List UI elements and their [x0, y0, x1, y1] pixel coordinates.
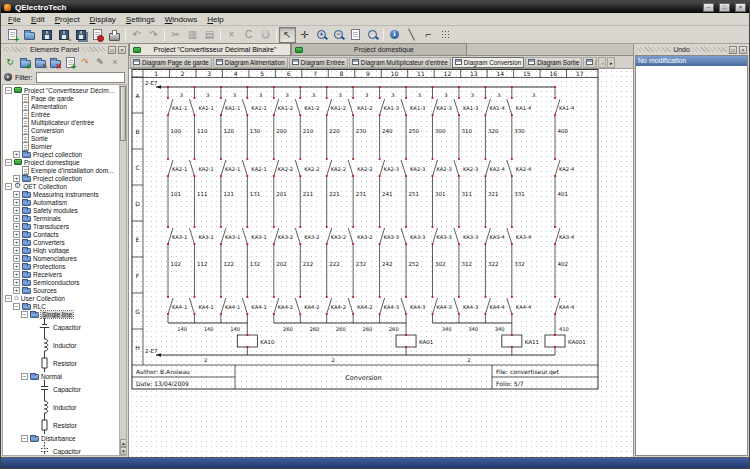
tree-expander-icon[interactable]: −: [5, 87, 12, 94]
diagram-tab-diagram-conversion[interactable]: Diagram Conversion: [452, 57, 524, 68]
tree-expander-icon[interactable]: +: [13, 191, 20, 198]
close-button[interactable]: ×: [735, 3, 746, 12]
tree-expander-icon[interactable]: +: [13, 271, 20, 278]
copy-button[interactable]: ▥: [184, 27, 201, 43]
tree-item-project-collection[interactable]: +Project collection: [3, 150, 126, 158]
diagram-tab-diagram-entr-e[interactable]: Diagram Entrée: [289, 57, 348, 68]
diagram-tab-diagram-page-de-garde[interactable]: Diagram Page de garde: [130, 57, 212, 68]
save-as-button[interactable]: [55, 27, 72, 43]
scroll-up-button[interactable]: ▲: [120, 439, 127, 447]
conductor-array-button[interactable]: [437, 27, 454, 43]
add-line-button[interactable]: ╲: [403, 27, 420, 43]
zoom-fit-button[interactable]: [364, 27, 381, 43]
undo-button[interactable]: ↶: [128, 27, 145, 43]
tree-item-disturbance[interactable]: −Disturbance: [3, 434, 126, 442]
tree-expander-icon[interactable]: −: [21, 373, 28, 380]
tree-expander-icon[interactable]: +: [13, 247, 20, 254]
diagram-canvas[interactable]: 1234567891011121314151617ABCDEFGHAuthor:…: [129, 69, 633, 457]
tree-item-qet-collection[interactable]: −⚙QET Collection: [3, 182, 126, 190]
tree-item-sources[interactable]: +Sources: [3, 286, 126, 294]
close-project-button[interactable]: [89, 27, 106, 43]
diagram-tab-diagram-sortie[interactable]: Diagram Sortie: [525, 57, 582, 68]
tree-expander-icon[interactable]: +: [13, 239, 20, 246]
tree-item-nomenclatures[interactable]: +Nomenclatures: [3, 254, 126, 262]
menu-edit[interactable]: Edit: [26, 14, 50, 25]
tree-expander-icon[interactable]: −: [5, 159, 12, 166]
minimize-button[interactable]: –: [703, 3, 714, 12]
scroll-tabs-left-button[interactable]: ◂: [598, 57, 606, 68]
panel-drag-handle[interactable]: [81, 47, 106, 52]
tree-scrollbar[interactable]: ▲ ▼: [119, 85, 126, 455]
tree-expander-icon[interactable]: +: [13, 199, 20, 206]
tree-item-terminals[interactable]: +Terminals: [3, 214, 126, 222]
tree-expander-icon[interactable]: −: [21, 435, 28, 442]
tree-item-high-voltage[interactable]: +High voltage: [3, 246, 126, 254]
tree-item-capacitor[interactable]: Capacitor: [3, 380, 126, 398]
tree-item-automatism[interactable]: +Automatism: [3, 198, 126, 206]
redo-button[interactable]: ↷: [145, 27, 162, 43]
zoom-out-button[interactable]: −: [330, 27, 347, 43]
tree-expander-icon[interactable]: −: [13, 303, 20, 310]
tree-item-inductor[interactable]: Inductor: [3, 398, 126, 416]
close-panel-button[interactable]: ×: [118, 46, 126, 54]
tree-expander-icon[interactable]: +: [13, 207, 20, 214]
tree-item-converters[interactable]: +Converters: [3, 238, 126, 246]
new-category-button[interactable]: [18, 56, 32, 69]
element-infos-button[interactable]: i: [257, 27, 274, 43]
new-diagram-button[interactable]: [4, 27, 21, 43]
panel-drag-handle[interactable]: [692, 47, 727, 52]
scrollbar-thumb[interactable]: [120, 86, 126, 141]
tree-item-normal[interactable]: −Normal: [3, 372, 126, 380]
tree-item-semiconductors[interactable]: +Semiconductors: [3, 278, 126, 286]
tree-item-bornier[interactable]: Bornier: [3, 142, 126, 150]
add-polyline-button[interactable]: ⌐: [420, 27, 437, 43]
pan-mode-button[interactable]: ✛: [296, 27, 313, 43]
tree-expander-icon[interactable]: −: [5, 183, 12, 190]
cut-button[interactable]: ✂: [167, 27, 184, 43]
paste-button[interactable]: ▤: [201, 27, 218, 43]
zoom-in-button[interactable]: +: [313, 27, 330, 43]
menu-file[interactable]: File: [3, 14, 26, 25]
tree-item-capacitor[interactable]: Capacitor: [3, 442, 126, 456]
tree-expander-icon[interactable]: +: [13, 231, 20, 238]
diagram-properties-button[interactable]: i: [386, 27, 403, 43]
tree-expander-icon[interactable]: +: [13, 279, 20, 286]
tree-expander-icon[interactable]: +: [13, 223, 20, 230]
edit-element-button[interactable]: ✎: [93, 56, 107, 69]
float-panel-button[interactable]: □: [729, 46, 737, 54]
edit-category-button[interactable]: [33, 56, 47, 69]
select-mode-button[interactable]: ↖: [279, 27, 296, 43]
tree-item-resistor[interactable]: Resistor: [3, 354, 126, 372]
tree-expander-icon[interactable]: −: [5, 295, 12, 302]
panel-drag-handle[interactable]: [3, 47, 28, 52]
rotate-button[interactable]: C: [240, 27, 257, 43]
scroll-tabs-right-button[interactable]: ▸: [607, 57, 615, 68]
undo-list-item[interactable]: No modification: [636, 56, 747, 66]
diagram-tab-diagram-multiplicateur-d-entr-e[interactable]: Diagram Multiplicateur d'entrée: [349, 57, 451, 68]
float-panel-button[interactable]: □: [108, 46, 116, 54]
diagram-tab-diagram-alimentation[interactable]: Diagram Alimentation: [213, 57, 288, 68]
new-element-button[interactable]: [63, 56, 77, 69]
schematic[interactable]: 1234567891011121314151617ABCDEFGHAuthor:…: [129, 69, 633, 457]
tree-item-user-collection[interactable]: −⌂User Collection: [3, 294, 126, 302]
menu-settings[interactable]: Settings: [121, 14, 160, 25]
tree-item-exemple-d-installation-dom[interactable]: Exemple d'installation dom...: [3, 166, 126, 174]
tree-item-single-line[interactable]: −Single line: [3, 310, 126, 318]
tree-item-protections[interactable]: +Protections: [3, 262, 126, 270]
tree-item-receivers[interactable]: +Receivers: [3, 270, 126, 278]
tree-item-rlc[interactable]: −RLC: [3, 302, 126, 310]
panel-drag-handle[interactable]: [636, 47, 671, 52]
print-button[interactable]: [106, 27, 123, 43]
tree-expander-icon[interactable]: +: [13, 151, 20, 158]
project-tab-project-domestique[interactable]: Project domestique: [291, 43, 467, 55]
tree-item-resistor[interactable]: Resistor: [3, 416, 126, 434]
tree-expander-icon[interactable]: +: [13, 215, 20, 222]
tree-item-capacitor[interactable]: Capacitor: [3, 318, 126, 336]
tree-item-safety-modules[interactable]: +Safety modules: [3, 206, 126, 214]
menu-windows[interactable]: Windows: [160, 14, 202, 25]
delete-element-button[interactable]: ×: [108, 56, 122, 69]
tree-expander-icon[interactable]: −: [21, 311, 28, 318]
save-button[interactable]: [38, 27, 55, 43]
open-project-button[interactable]: [21, 27, 38, 43]
save-all-button[interactable]: [72, 27, 89, 43]
